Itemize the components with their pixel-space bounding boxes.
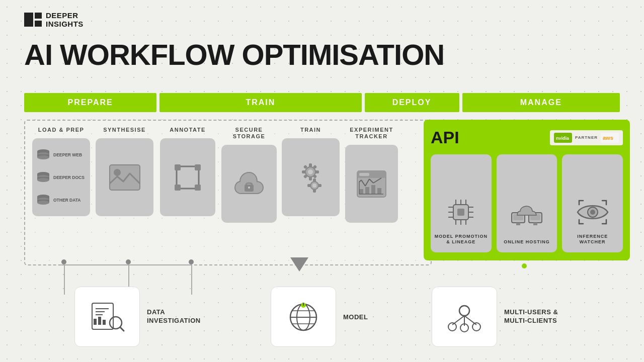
bottom-model: MODEL bbox=[271, 287, 368, 347]
annotate-label: ANNOTATE bbox=[170, 127, 205, 133]
svg-rect-60 bbox=[103, 320, 106, 325]
multi-users-label: MULTI-USERS &MULTI-CLIENTS bbox=[504, 308, 558, 325]
svg-point-16 bbox=[114, 169, 121, 176]
database-icon-3 bbox=[36, 195, 50, 206]
annotate-icon bbox=[173, 162, 203, 193]
other-data-item: OTHER DATA bbox=[36, 195, 86, 206]
connector-line-h bbox=[61, 264, 191, 265]
svg-rect-27 bbox=[309, 176, 312, 180]
col-load-prep: LOAD & PREP DEEPER WEB bbox=[32, 121, 90, 216]
svg-rect-48 bbox=[359, 189, 363, 194]
globe-icon bbox=[286, 301, 321, 333]
database-icon-2 bbox=[36, 172, 50, 183]
model-card bbox=[271, 287, 336, 347]
partner-logos: nvidia PARTNER aws bbox=[550, 130, 623, 145]
train-card bbox=[282, 138, 340, 216]
col-experiment-tracker: EXPERIMENT TRACKER bbox=[345, 121, 398, 223]
dot-right-panel bbox=[522, 263, 527, 268]
model-promotion-icon bbox=[443, 195, 478, 230]
deeper-web-text: DEEPER WEB bbox=[53, 152, 82, 157]
svg-rect-37 bbox=[313, 189, 316, 193]
database-icon-1 bbox=[36, 149, 50, 160]
svg-rect-100 bbox=[533, 223, 537, 225]
partner-label: PARTNER bbox=[575, 135, 598, 140]
svg-point-14 bbox=[37, 201, 49, 205]
col-secure-storage: SECURE STORAGE bbox=[221, 121, 277, 223]
api-card-model-promotion: MODEL PROMOTION & LINEAGE bbox=[431, 154, 492, 252]
svg-rect-49 bbox=[365, 187, 369, 194]
svg-point-102 bbox=[590, 210, 595, 215]
svg-point-35 bbox=[312, 184, 316, 188]
col-synthesise: SYNTHESISE bbox=[96, 121, 153, 216]
load-prep-label: LOAD & PREP bbox=[38, 127, 85, 133]
experiment-tracker-label: EXPERIMENT TRACKER bbox=[348, 127, 396, 140]
secure-storage-card bbox=[221, 145, 277, 223]
synthesise-label: SYNTHESISE bbox=[103, 127, 146, 133]
other-data-text: OTHER DATA bbox=[53, 198, 80, 203]
cloud-lock-icon bbox=[234, 166, 264, 202]
data-investigation-icon bbox=[90, 301, 125, 333]
svg-rect-26 bbox=[309, 163, 312, 167]
svg-point-9 bbox=[37, 178, 49, 182]
svg-rect-59 bbox=[98, 317, 101, 325]
deeper-web-item: DEEPER WEB bbox=[36, 149, 86, 160]
svg-rect-20 bbox=[175, 185, 181, 191]
api-title: API bbox=[431, 128, 459, 147]
svg-rect-94 bbox=[457, 209, 464, 216]
svg-rect-19 bbox=[195, 164, 201, 170]
company-name: DEEPER INSIGHTS bbox=[46, 11, 84, 29]
svg-point-74 bbox=[448, 323, 456, 331]
online-hosting-icon bbox=[509, 200, 544, 235]
svg-rect-97 bbox=[516, 223, 520, 225]
chart-icon bbox=[355, 169, 388, 199]
arrow-up bbox=[290, 257, 308, 272]
data-investigation-card bbox=[74, 287, 140, 347]
deeper-docs-text: DEEPER DOCS bbox=[53, 175, 85, 180]
svg-rect-38 bbox=[307, 184, 311, 187]
svg-text:aws: aws bbox=[603, 135, 613, 141]
secure-storage-label: SECURE STORAGE bbox=[224, 127, 274, 140]
phase-bar: PREPARE TRAIN DEPLOY MANAGE bbox=[24, 93, 620, 112]
workflow-box: LOAD & PREP DEEPER WEB bbox=[24, 120, 432, 265]
phase-deploy: DEPLOY bbox=[365, 93, 459, 112]
connector-dot-3 bbox=[189, 259, 194, 264]
svg-rect-15 bbox=[110, 165, 140, 190]
bottom-data-investigation: DATAINVESTIGATION bbox=[74, 287, 201, 347]
svg-rect-58 bbox=[94, 319, 97, 325]
inference-watcher-icon bbox=[575, 195, 610, 230]
svg-rect-51 bbox=[377, 188, 381, 194]
multi-users-icon bbox=[446, 301, 482, 333]
gears-icon bbox=[294, 158, 327, 196]
svg-point-25 bbox=[308, 169, 313, 174]
svg-line-62 bbox=[120, 327, 124, 331]
model-label: MODEL bbox=[343, 313, 368, 321]
annotate-card bbox=[160, 138, 215, 216]
api-card-online-hosting: ONLINE HOSTING bbox=[497, 154, 557, 252]
bottom-multi-users: MULTI-USERS &MULTI-CLIENTS bbox=[432, 287, 558, 347]
svg-rect-50 bbox=[371, 185, 375, 194]
svg-rect-18 bbox=[175, 164, 181, 170]
nvidia-logo-icon: nvidia bbox=[554, 133, 572, 143]
connector-dot-1 bbox=[61, 259, 66, 264]
svg-point-76 bbox=[472, 323, 480, 331]
svg-rect-42 bbox=[359, 173, 369, 176]
phase-manage: MANAGE bbox=[462, 93, 620, 112]
logo-icon bbox=[24, 13, 42, 27]
svg-rect-39 bbox=[318, 184, 321, 187]
connector-dot-2 bbox=[126, 259, 131, 264]
phase-train: TRAIN bbox=[159, 93, 361, 112]
api-panel: API nvidia PARTNER aws bbox=[424, 120, 630, 260]
api-card-1-label: MODEL PROMOTION & LINEAGE bbox=[434, 234, 489, 245]
col-train-inner: TRAIN bbox=[282, 121, 340, 216]
synthesise-card bbox=[96, 138, 153, 216]
svg-rect-21 bbox=[195, 185, 201, 191]
api-cards: MODEL PROMOTION & LINEAGE ONLINE HOSTING bbox=[431, 154, 623, 252]
deeper-docs-item: DEEPER DOCS bbox=[36, 172, 86, 183]
train-label: TRAIN bbox=[300, 127, 321, 133]
svg-rect-36 bbox=[313, 178, 316, 182]
api-header: API nvidia PARTNER aws bbox=[431, 128, 623, 147]
svg-text:nvidia: nvidia bbox=[556, 136, 570, 141]
page-title: AI WORKFLOW OPTIMISATION bbox=[24, 40, 444, 69]
svg-point-23 bbox=[248, 187, 250, 189]
aws-logo-icon: aws bbox=[601, 133, 619, 143]
